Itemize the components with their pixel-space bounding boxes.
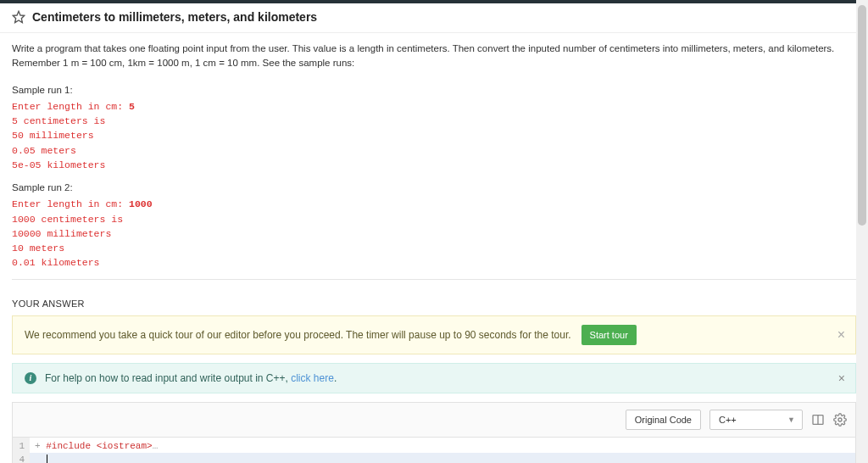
close-icon[interactable]: × (837, 327, 845, 343)
page-title: Centimeters to millimeters, meters, and … (32, 10, 317, 24)
help-text: For help on how to read input and write … (45, 372, 337, 384)
sample-text: Enter length in cm: (12, 101, 129, 112)
close-icon[interactable]: × (838, 371, 845, 385)
sample-text: 50 millimeters (12, 128, 856, 142)
info-icon: i (25, 372, 36, 384)
language-select-value: C++ (719, 415, 737, 425)
divider (12, 279, 856, 280)
layout-split-icon[interactable] (811, 413, 825, 427)
line-gutter: 1 4 5 6 7 8 (13, 438, 30, 464)
sample-text: 0.01 kilometers (12, 255, 856, 270)
line-number: 4 (16, 453, 25, 464)
problem-description: Write a program that takes one floating … (12, 42, 856, 71)
start-tour-button[interactable]: Start tour (581, 325, 637, 345)
page-header: Centimeters to millimeters, meters, and … (0, 3, 868, 33)
help-banner: i For help on how to read input and writ… (12, 363, 856, 393)
help-link[interactable]: click here (291, 372, 334, 384)
original-code-button[interactable]: Original Code (626, 410, 701, 430)
sample-run-2-output: Enter length in cm: 1000 1000 centimeter… (12, 197, 856, 270)
tour-banner-text: We recommend you take a quick tour of ou… (25, 329, 571, 341)
editor-toolbar: Original Code C++ ▼ (13, 403, 855, 438)
sample-run-1-label: Sample run 1: (12, 83, 856, 98)
code-token: <iostream> (97, 441, 153, 451)
problem-content: Write a program that takes one floating … (0, 33, 868, 298)
gear-icon[interactable] (833, 413, 847, 427)
sample-user-input: 5 (129, 101, 135, 112)
sample-text: 10 meters (12, 241, 856, 255)
code-lines[interactable]: + #include <iostream>… int main() { } (30, 438, 855, 464)
tour-banner: We recommend you take a quick tour of ou… (12, 315, 856, 354)
svg-point-3 (838, 418, 842, 421)
sample-text: 0.05 meters (12, 143, 856, 158)
favorite-star-icon[interactable] (12, 10, 25, 24)
sample-text: 5e-05 kilometers (12, 158, 856, 172)
code-area[interactable]: 1 4 5 6 7 8 + #include <iostream>… int m… (13, 438, 855, 464)
language-select[interactable]: C++ ▼ (709, 410, 803, 430)
sample-text: 10000 millimeters (12, 226, 856, 241)
code-fold-ellipsis[interactable]: … (153, 441, 159, 451)
code-editor: Original Code C++ ▼ 1 4 5 6 7 8 + #inclu… (12, 402, 856, 464)
line-number: 1 (16, 439, 25, 453)
code-line[interactable]: + #include <iostream>… (35, 439, 850, 453)
sample-text: 5 centimeters is (12, 114, 856, 128)
code-token: #include (46, 441, 91, 451)
chevron-down-icon: ▼ (787, 416, 795, 424)
svg-marker-0 (13, 11, 24, 22)
code-line[interactable] (35, 453, 850, 464)
help-prefix: For help on how to read input and write … (45, 372, 291, 384)
fold-toggle-icon[interactable]: + (35, 441, 41, 451)
your-answer-heading: YOUR ANSWER (0, 298, 868, 315)
scrollbar-thumb[interactable] (858, 5, 866, 226)
sample-run-2-label: Sample run 2: (12, 181, 856, 195)
text-cursor (47, 455, 47, 463)
sample-run-1-output: Enter length in cm: 5 5 centimeters is 5… (12, 99, 856, 172)
help-suffix: . (334, 372, 337, 384)
sample-text: 1000 centimeters is (12, 212, 856, 226)
sample-user-input: 1000 (129, 198, 153, 209)
page-scrollbar[interactable] (856, 0, 868, 463)
sample-text: Enter length in cm: (12, 198, 129, 209)
